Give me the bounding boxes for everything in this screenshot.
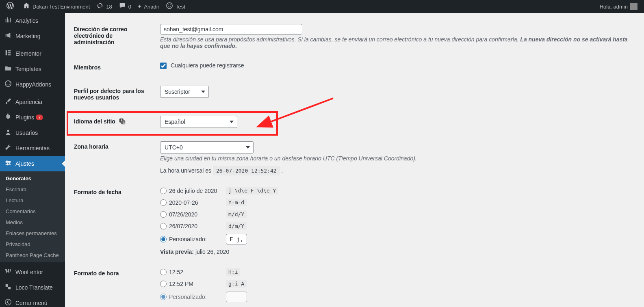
date-format-radio-3[interactable]	[160, 211, 167, 218]
svg-rect-6	[8, 54, 11, 56]
svg-point-14	[5, 299, 11, 305]
test-link[interactable]: Test	[163, 0, 189, 13]
update-icon	[96, 2, 104, 11]
date-format-radio-custom[interactable]	[160, 236, 167, 242]
menu-happyaddons[interactable]: HappyAddons	[0, 77, 65, 92]
svg-rect-12	[9, 162, 10, 164]
comments-link[interactable]: 0	[115, 0, 134, 13]
date-format-text: 26 de julio de 2020	[169, 188, 226, 194]
new-content-link[interactable]: + Añadir	[134, 0, 163, 13]
submenu-label: Generales	[6, 175, 31, 182]
date-format-text: 2020-07-26	[169, 199, 226, 206]
admin-email-input[interactable]	[160, 24, 302, 35]
plug-icon	[4, 113, 12, 122]
svg-point-7	[5, 81, 11, 86]
submenu-lectura[interactable]: Lectura	[0, 195, 65, 206]
megaphone-icon	[4, 32, 12, 41]
time-format-text: 12:52 PM	[169, 281, 226, 287]
avatar-icon	[630, 3, 637, 10]
menu-marketing[interactable]: Marketing	[0, 28, 65, 44]
time-format-radio-1[interactable]	[160, 269, 167, 275]
svg-rect-13	[7, 163, 8, 165]
submenu-label: Enlaces permanentes	[6, 230, 57, 236]
my-account[interactable]: Hola, admin	[596, 0, 641, 13]
date-format-text: 26/07/2020	[169, 223, 226, 229]
menu-tools[interactable]: Herramientas	[0, 141, 65, 156]
membership-checkbox[interactable]	[160, 63, 167, 69]
menu-templates[interactable]: Templates	[0, 61, 65, 77]
svg-rect-4	[8, 50, 11, 52]
time-format-text: 12:52	[169, 269, 226, 275]
time-format-custom-label: Personalizado:	[169, 294, 226, 300]
menu-settings[interactable]: Ajustes	[0, 156, 65, 171]
test-text: Test	[176, 4, 185, 10]
admin-bar: Dokan Test Environment 18 0 + Añadir Tes…	[0, 0, 644, 13]
menu-label: HappyAddons	[15, 81, 51, 88]
admin-email-label: Dirección de correo electrónico de admin…	[74, 18, 155, 55]
submenu-comentarios[interactable]: Comentarios	[0, 206, 65, 217]
users-icon	[4, 128, 12, 137]
wordpress-icon	[7, 2, 14, 11]
updates-link[interactable]: 18	[93, 0, 115, 13]
date-format-radio-2[interactable]	[160, 199, 167, 206]
date-format-radio-4[interactable]	[160, 223, 167, 229]
date-format-custom-input[interactable]	[226, 234, 247, 244]
submenu-medios[interactable]: Medios	[0, 217, 65, 228]
submenu-escritura[interactable]: Escritura	[0, 184, 65, 195]
menu-loco[interactable]: Loco Translate	[0, 280, 65, 295]
membership-checkbox-label[interactable]: Cualquiera puede registrarse	[160, 62, 244, 69]
menu-label: Marketing	[15, 33, 40, 39]
time-format-code: g:i A	[226, 280, 247, 288]
submenu-privacidad[interactable]: Privacidad	[0, 239, 65, 250]
home-icon	[23, 2, 30, 11]
site-name-link[interactable]: Dokan Test Environment	[20, 0, 93, 13]
time-format-radio-2[interactable]	[160, 281, 167, 287]
svg-text:文: 文	[122, 121, 125, 124]
submenu-enlaces[interactable]: Enlaces permanentes	[0, 228, 65, 239]
test-icon	[166, 2, 173, 11]
wp-logo[interactable]	[3, 0, 20, 13]
time-format-custom-input[interactable]	[226, 292, 247, 302]
menu-label: WooLentor	[15, 269, 43, 275]
date-format-code: Y-m-d	[226, 199, 247, 206]
date-format-custom-label: Personalizado:	[169, 236, 226, 242]
translate-badge-icon: A文	[119, 118, 126, 126]
plugins-badge: 7	[36, 115, 43, 120]
submenu-label: Comentarios	[6, 208, 36, 214]
menu-analytics[interactable]: Analytics	[0, 13, 65, 28]
date-preview: Vista previa: julio 26, 2020	[160, 249, 631, 255]
default-role-label: Perfil por defecto para los nuevos usuar…	[74, 80, 155, 109]
admin-email-help: Esta dirección se usa para propósitos ad…	[160, 36, 631, 49]
menu-label: Plugins	[15, 114, 34, 121]
submenu-generales[interactable]: Generales	[0, 173, 65, 184]
svg-point-0	[167, 3, 172, 9]
svg-point-10	[7, 130, 9, 132]
menu-elementor[interactable]: Elementor	[0, 46, 65, 61]
svg-rect-3	[6, 50, 7, 56]
date-format-code: m/d/Y	[226, 210, 247, 218]
timezone-select[interactable]: UTC+0	[160, 141, 254, 154]
site-language-select[interactable]: Español	[160, 116, 237, 128]
time-format-radio-custom[interactable]	[160, 294, 167, 300]
default-role-select[interactable]: Suscriptor	[160, 86, 209, 98]
menu-collapse[interactable]: Cerrar menú	[0, 295, 65, 307]
menu-woolentor[interactable]: WooLentor	[0, 264, 65, 280]
happy-icon	[4, 80, 12, 89]
comments-count: 0	[128, 4, 131, 10]
submenu-label: Medios	[6, 219, 23, 225]
menu-users[interactable]: Usuarios	[0, 125, 65, 141]
submenu-pantheon[interactable]: Pantheon Page Cache	[0, 250, 65, 261]
svg-rect-11	[7, 160, 7, 162]
svg-point-9	[9, 82, 10, 83]
chart-icon	[4, 16, 12, 25]
settings-submenu: Generales Escritura Lectura Comentarios …	[0, 171, 65, 262]
svg-text:A: A	[120, 119, 122, 122]
menu-plugins[interactable]: Plugins 7	[0, 110, 65, 125]
svg-rect-5	[8, 52, 11, 54]
menu-label: Apariencia	[15, 99, 42, 105]
menu-appearance[interactable]: Apariencia	[0, 94, 65, 110]
svg-point-8	[7, 82, 7, 83]
brush-icon	[4, 97, 12, 106]
date-format-radio-1[interactable]	[160, 188, 167, 194]
submenu-label: Privacidad	[6, 241, 30, 247]
